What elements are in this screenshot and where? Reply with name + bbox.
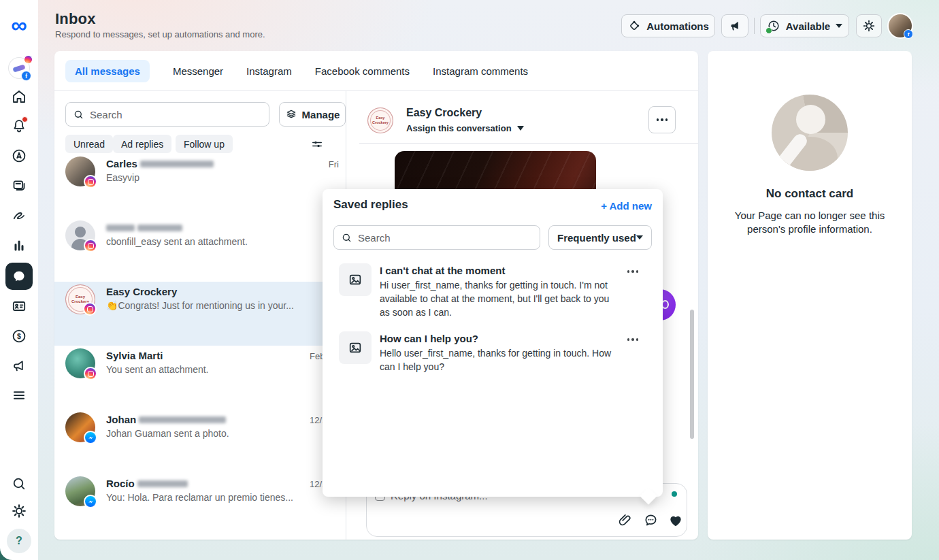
- dollar-circle-icon: $: [11, 328, 27, 344]
- contact-name: Sylvia Marti: [106, 350, 163, 361]
- conversation-row[interactable]: Rocío You: Hola. Para reclamar un premio…: [54, 474, 346, 538]
- redacted-text: [140, 161, 214, 167]
- sidebar-item-inbox[interactable]: [5, 263, 33, 290]
- conversation-row[interactable]: 12/02/25: [54, 538, 346, 540]
- redacted-text: [137, 480, 188, 487]
- messenger-badge-icon: [84, 431, 97, 444]
- chevron-down-icon: [636, 235, 643, 240]
- sidebar-item-leads[interactable]: [5, 293, 33, 320]
- meta-logo[interactable]: ∞: [5, 11, 33, 38]
- left-nav-rail: ∞ f $: [0, 0, 38, 560]
- avatar-text: Crockery: [372, 120, 389, 125]
- chevron-down-icon: [836, 24, 842, 28]
- tab-facebook-comments[interactable]: Facebook comments: [315, 65, 410, 77]
- instagram-badge-icon: [84, 367, 97, 380]
- home-icon: [11, 88, 27, 105]
- manage-button[interactable]: Manage: [279, 102, 346, 127]
- saved-reply-title: I can't chat at the moment: [380, 265, 505, 276]
- gear-icon: [862, 19, 876, 33]
- saved-reply-item[interactable]: I can't chat at the moment Hi user_first…: [323, 263, 663, 322]
- avatar: [65, 412, 95, 442]
- tab-instagram[interactable]: Instagram: [246, 65, 292, 77]
- conversation-row[interactable]: Sylvia Marti You sent an attachment. Feb: [54, 346, 346, 410]
- availability-dropdown[interactable]: Available: [760, 14, 849, 37]
- announcements-button[interactable]: [721, 14, 748, 37]
- sidebar-item-monetization[interactable]: $: [5, 323, 33, 350]
- automations-button[interactable]: Automations: [621, 14, 715, 37]
- help-icon: ?: [7, 529, 31, 553]
- redacted-text: [139, 416, 226, 423]
- add-new-button[interactable]: + Add new: [601, 200, 652, 212]
- filter-unread[interactable]: Unread: [65, 135, 113, 153]
- attach-file-button[interactable]: [617, 512, 633, 528]
- redacted-text: [106, 225, 135, 231]
- sidebar-item-settings[interactable]: [5, 497, 33, 525]
- filter-ad-replies[interactable]: Ad replies: [113, 135, 171, 153]
- location-arrow-icon: [11, 148, 27, 164]
- saved-replies-button[interactable]: [643, 512, 659, 528]
- filter-follow-up[interactable]: Follow up: [176, 135, 233, 153]
- conversation-more-button[interactable]: [648, 106, 676, 133]
- messages-scrollbar[interactable]: [690, 310, 694, 439]
- search-icon: [11, 476, 27, 492]
- conversation-date: Fri: [329, 159, 339, 169]
- composer-status-dot: [672, 491, 677, 497]
- tab-instagram-comments[interactable]: Instagram comments: [433, 65, 528, 77]
- chevron-down-icon: [517, 126, 524, 131]
- sidebar-item-help[interactable]: ?: [5, 527, 33, 555]
- bar-chart-icon: [11, 237, 27, 254]
- user-avatar[interactable]: f: [889, 14, 912, 37]
- more-options-icon: [627, 270, 639, 273]
- svg-text:$: $: [17, 332, 21, 340]
- assign-conversation-dropdown[interactable]: Assign this conversation: [406, 123, 524, 133]
- saved-reply-more-button[interactable]: [627, 270, 639, 273]
- page-title: Inbox: [55, 10, 96, 28]
- messenger-badge-icon: [84, 495, 97, 508]
- contact-card-icon: [11, 298, 27, 314]
- settings-button[interactable]: [856, 14, 882, 37]
- conversation-row-selected[interactable]: Easy Crockery Easy Crockery 👏Congrats! J…: [54, 282, 346, 346]
- posts-icon: [11, 178, 27, 194]
- heart-button[interactable]: [668, 512, 684, 529]
- message-snippet: You: Hola. Para reclamar un premio tiene…: [106, 492, 293, 503]
- availability-clock-icon: [767, 19, 780, 33]
- conversation-row[interactable]: Johan Johan Guaman sent a photo. 12/19: [54, 410, 346, 474]
- sort-label: Frequently used: [557, 232, 636, 244]
- avatar-text: Easy: [76, 295, 85, 299]
- sidebar-item-home[interactable]: [5, 83, 33, 110]
- saved-reply-more-button[interactable]: [627, 338, 639, 341]
- header-divider: [754, 18, 755, 34]
- no-contact-card-description: Your Page can no longer see this person'…: [720, 209, 900, 236]
- avatar: [65, 220, 95, 250]
- facebook-badge-icon: f: [21, 71, 31, 81]
- saved-replies-search-input[interactable]: [358, 232, 533, 244]
- manage-label: Manage: [302, 109, 340, 120]
- search-input[interactable]: [90, 109, 262, 120]
- sidebar-item-notifications[interactable]: [5, 112, 33, 139]
- sort-dropdown[interactable]: Frequently used: [548, 225, 652, 250]
- sidebar-item-ads[interactable]: [5, 352, 33, 380]
- available-status-dot: [765, 27, 772, 34]
- sidebar-item-insights[interactable]: [5, 232, 33, 259]
- creative-swoosh-icon: [11, 208, 27, 224]
- image-icon: [339, 263, 372, 296]
- conversation-search[interactable]: [65, 102, 269, 127]
- message-snippet: You sent an attachment.: [106, 364, 208, 375]
- layers-icon: [285, 108, 297, 120]
- sidebar-item-business-page[interactable]: f: [5, 54, 33, 82]
- tab-messenger[interactable]: Messenger: [173, 65, 223, 77]
- contact-name: Carles: [106, 158, 137, 169]
- sidebar-item-navigate[interactable]: [5, 142, 33, 169]
- filter-sliders-icon[interactable]: [310, 137, 324, 151]
- redacted-text: [137, 225, 182, 231]
- tab-all-messages[interactable]: All messages: [65, 60, 150, 82]
- sidebar-item-search[interactable]: [5, 470, 33, 497]
- sidebar-item-content[interactable]: [5, 172, 33, 199]
- availability-label: Available: [786, 20, 830, 32]
- conversation-row[interactable]: Carles Easyvip Fri: [54, 154, 346, 218]
- sidebar-item-all-tools[interactable]: [5, 382, 33, 409]
- sidebar-item-create[interactable]: [5, 202, 33, 229]
- saved-replies-search[interactable]: [333, 225, 540, 250]
- conversation-row[interactable]: cbonfill_easy sent an attachment.: [54, 218, 346, 282]
- saved-reply-item[interactable]: How can I help you? Hello user_first_nam…: [323, 331, 663, 376]
